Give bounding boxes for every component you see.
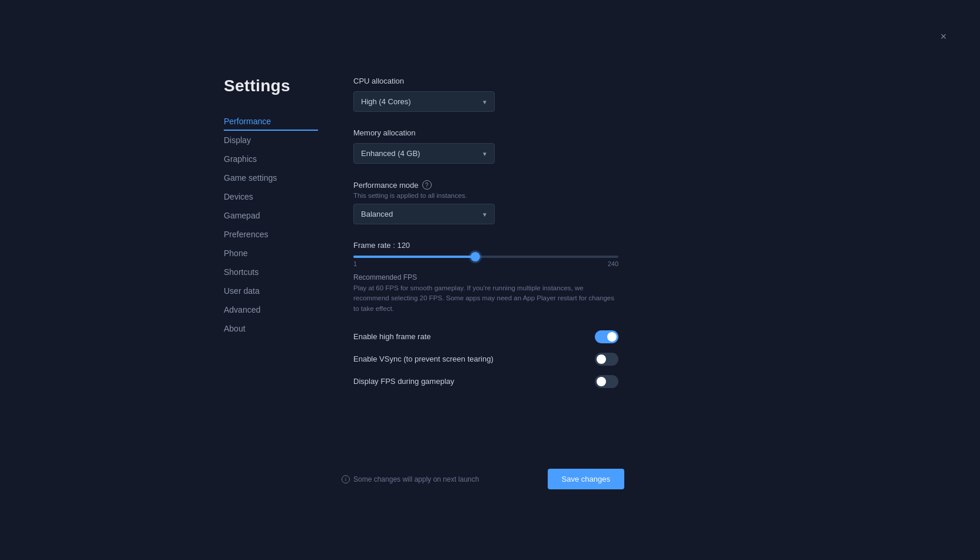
cpu-allocation-section: CPU allocation Low (1 Core) Medium (2 Co… — [353, 77, 671, 112]
cpu-allocation-label: CPU allocation — [353, 77, 671, 85]
performance-mode-select[interactable]: Power saving Balanced High performance — [353, 204, 495, 224]
sidebar-item-performance[interactable]: Performance — [224, 112, 318, 131]
performance-mode-label: Performance mode — [353, 181, 419, 190]
toggle-high-frame-rate[interactable] — [595, 330, 618, 343]
sidebar-item-shortcuts[interactable]: Shortcuts — [224, 263, 318, 281]
slider-track — [353, 256, 618, 258]
fps-info: Recommended FPS Play at 60 FPS for smoot… — [353, 273, 671, 314]
frame-rate-slider-container — [353, 256, 618, 258]
info-icon: i — [342, 475, 350, 483]
slider-min-label: 1 — [353, 260, 357, 267]
performance-mode-label-row: Performance mode ? — [353, 180, 671, 190]
toggle-display-fps[interactable] — [595, 375, 618, 388]
sidebar-item-phone[interactable]: Phone — [224, 244, 318, 263]
cpu-allocation-select-wrapper: Low (1 Core) Medium (2 Cores) High (4 Co… — [353, 91, 495, 112]
settings-container: Settings Performance Display Graphics Ga… — [224, 77, 671, 393]
sidebar-item-gamepad[interactable]: Gamepad — [224, 206, 318, 225]
memory-allocation-select[interactable]: Low (1 GB) Medium (2 GB) Enhanced (4 GB)… — [353, 143, 495, 164]
toggle-display-fps-thumb — [597, 377, 606, 386]
cpu-allocation-select[interactable]: Low (1 Core) Medium (2 Cores) High (4 Co… — [353, 91, 495, 112]
memory-allocation-section: Memory allocation Low (1 GB) Medium (2 G… — [353, 128, 671, 164]
changes-note-text: Some changes will apply on next launch — [353, 475, 479, 483]
sidebar-item-display[interactable]: Display — [224, 131, 318, 150]
sidebar-item-advanced[interactable]: Advanced — [224, 300, 318, 319]
performance-mode-help-icon[interactable]: ? — [422, 180, 432, 190]
toggle-vsync[interactable] — [595, 353, 618, 366]
memory-allocation-select-wrapper: Low (1 GB) Medium (2 GB) Enhanced (4 GB)… — [353, 143, 495, 164]
sidebar-item-preferences[interactable]: Preferences — [224, 225, 318, 244]
toggle-high-frame-rate-thumb — [607, 332, 617, 342]
changes-note: i Some changes will apply on next launch — [342, 475, 479, 483]
page-title: Settings — [224, 77, 318, 95]
close-button[interactable]: × — [936, 29, 951, 44]
sidebar-item-graphics[interactable]: Graphics — [224, 150, 318, 168]
slider-range-labels: 1 240 — [353, 260, 618, 267]
toggle-vsync-thumb — [597, 354, 606, 364]
toggle-display-fps-label: Display FPS during gameplay — [353, 377, 454, 386]
fps-recommended-title: Recommended FPS — [353, 273, 671, 281]
frame-rate-label: Frame rate : 120 — [353, 241, 671, 250]
bottom-bar: i Some changes will apply on next launch… — [342, 469, 624, 489]
toggle-vsync-label: Enable VSync (to prevent screen tearing) — [353, 354, 494, 363]
slider-fill — [353, 256, 475, 258]
toggle-row-vsync: Enable VSync (to prevent screen tearing) — [353, 348, 618, 370]
toggle-row-high-frame-rate: Enable high frame rate — [353, 326, 618, 348]
slider-max-label: 240 — [608, 260, 618, 267]
performance-mode-select-wrapper: Power saving Balanced High performance ▼ — [353, 204, 495, 224]
sidebar-item-user-data[interactable]: User data — [224, 281, 318, 300]
memory-allocation-label: Memory allocation — [353, 128, 671, 137]
toggles-container: Enable high frame rate Enable VSync (to … — [353, 326, 671, 393]
sidebar-item-devices[interactable]: Devices — [224, 187, 318, 206]
save-changes-button[interactable]: Save changes — [548, 469, 624, 489]
sidebar: Settings Performance Display Graphics Ga… — [224, 77, 318, 393]
toggle-row-display-fps: Display FPS during gameplay — [353, 370, 618, 393]
sidebar-item-about[interactable]: About — [224, 319, 318, 338]
frame-rate-section: Frame rate : 120 1 240 Recommended FPS P… — [353, 241, 671, 314]
performance-mode-section: Performance mode ? This setting is appli… — [353, 180, 671, 224]
slider-thumb — [471, 252, 480, 261]
sidebar-item-game-settings[interactable]: Game settings — [224, 168, 318, 187]
fps-recommended-desc: Play at 60 FPS for smooth gameplay. If y… — [353, 283, 618, 314]
toggle-high-frame-rate-label: Enable high frame rate — [353, 332, 431, 341]
main-content: CPU allocation Low (1 Core) Medium (2 Co… — [353, 77, 671, 393]
performance-mode-sub-label: This setting is applied to all instances… — [353, 192, 671, 199]
